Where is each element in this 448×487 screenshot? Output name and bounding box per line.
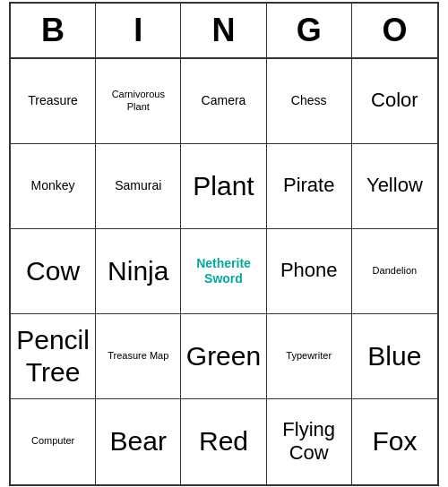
- bingo-cell-6: Samurai: [96, 144, 181, 229]
- bingo-cell-0: Treasure: [11, 59, 96, 144]
- header-letter-b: B: [11, 4, 96, 57]
- bingo-header: BINGO: [11, 4, 437, 59]
- bingo-cell-8: Pirate: [267, 144, 352, 229]
- bingo-cell-2: Camera: [181, 59, 266, 144]
- bingo-cell-22: Red: [181, 399, 266, 484]
- bingo-cell-4: Color: [352, 59, 437, 144]
- bingo-cell-15: Pencil Tree: [11, 314, 96, 399]
- bingo-cell-9: Yellow: [352, 144, 437, 229]
- bingo-cell-11: Ninja: [96, 229, 181, 314]
- bingo-cell-10: Cow: [11, 229, 96, 314]
- bingo-cell-14: Dandelion: [352, 229, 437, 314]
- bingo-cell-7: Plant: [181, 144, 266, 229]
- bingo-cell-20: Computer: [11, 399, 96, 484]
- bingo-cell-1: Carnivorous Plant: [96, 59, 181, 144]
- bingo-cell-12: Netherite Sword: [181, 229, 266, 314]
- bingo-cell-13: Phone: [267, 229, 352, 314]
- bingo-card: BINGO TreasureCarnivorous PlantCameraChe…: [9, 2, 439, 486]
- bingo-cell-3: Chess: [267, 59, 352, 144]
- bingo-cell-19: Blue: [352, 314, 437, 399]
- header-letter-n: N: [181, 4, 266, 57]
- bingo-cell-23: Flying Cow: [267, 399, 352, 484]
- header-letter-o: O: [352, 4, 437, 57]
- header-letter-g: G: [267, 4, 352, 57]
- bingo-cell-21: Bear: [96, 399, 181, 484]
- bingo-cell-16: Treasure Map: [96, 314, 181, 399]
- header-letter-i: I: [96, 4, 181, 57]
- bingo-cell-5: Monkey: [11, 144, 96, 229]
- bingo-cell-17: Green: [181, 314, 266, 399]
- bingo-grid: TreasureCarnivorous PlantCameraChessColo…: [11, 59, 437, 484]
- bingo-cell-24: Fox: [352, 399, 437, 484]
- bingo-cell-18: Typewriter: [267, 314, 352, 399]
